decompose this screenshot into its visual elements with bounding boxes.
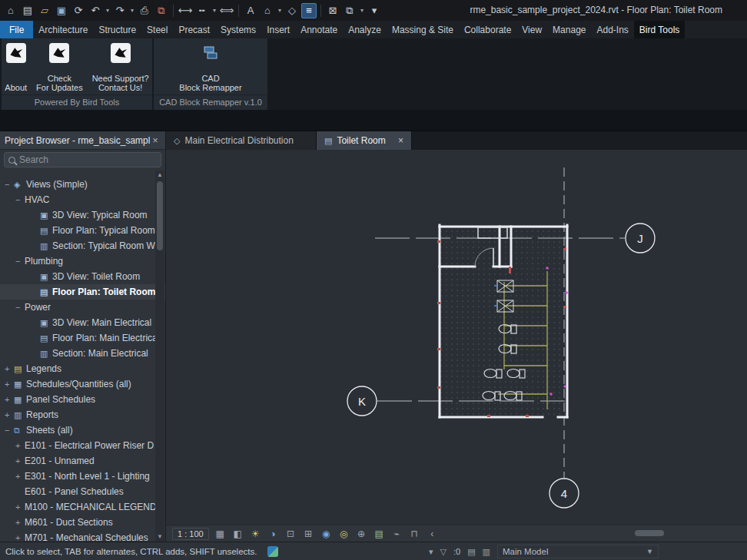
tree-item-panel-schedules[interactable]: +Panel Schedules (0, 392, 165, 407)
tree-item-3d-toilet-room[interactable]: 3D View: Toilet Room (0, 269, 165, 284)
grid-bubble-j[interactable]: J (626, 224, 655, 253)
check-for-updates-button[interactable]: CheckFor Updates (33, 41, 86, 94)
file-menu-icon[interactable]: ▤ (20, 3, 35, 18)
reveal-hidden-icon[interactable]: ◎ (337, 529, 350, 539)
expand-toggle[interactable]: + (15, 515, 25, 530)
section-icon[interactable]: ◇ (284, 3, 300, 18)
design-options-icon[interactable]: ▥ (483, 547, 490, 557)
tree-item-sheets[interactable]: −Sheets (all) (0, 422, 165, 438)
redo-dropdown-caret[interactable]: ▾ (129, 7, 135, 14)
expand-toggle[interactable]: − (15, 192, 25, 207)
tree-item-plumbing[interactable]: −Plumbing (0, 253, 165, 269)
aligned-dimension-icon[interactable]: ⟺ (219, 3, 234, 18)
tree-item-sheet-m100[interactable]: +M100 - MECHANICAL LEGEND (0, 499, 165, 515)
dashed-line-dropdown-caret[interactable]: ▾ (211, 7, 217, 14)
tab-structure[interactable]: Structure (93, 21, 141, 38)
expand-toggle[interactable]: + (5, 392, 14, 407)
view-tab-toilet-room[interactable]: ▤ Toilet Room × (317, 131, 412, 150)
close-view-icon[interactable]: × (398, 135, 403, 146)
floor-plan-drawing[interactable]: J K 4 (166, 150, 747, 542)
collapse-icon[interactable]: ‹ (426, 529, 439, 539)
expand-toggle[interactable]: − (15, 300, 25, 315)
project-browser-header[interactable]: Project Browser - rme_basic_sampl... × (0, 131, 165, 150)
tree-scrollbar[interactable]: ▲ ▼ (155, 171, 164, 542)
scrollbar-thumb[interactable] (157, 181, 163, 250)
tree-item-sheet-m701[interactable]: +M701 - Mechanical Schedules (0, 530, 165, 542)
close-hidden-windows-icon[interactable]: ⊠ (325, 3, 340, 18)
expand-toggle[interactable]: + (15, 453, 25, 469)
drawing-area[interactable]: J K 4 1 : 100 ▦ ◧ ☀ ◑ ⊡ ⊞ ◉ ◎ ⊕ ▤ ⌁ ⊓ ‹ (166, 150, 747, 542)
tree-item-power[interactable]: −Power (0, 300, 165, 315)
tab-annotate[interactable]: Annotate (295, 21, 343, 38)
tab-insert[interactable]: Insert (261, 21, 295, 38)
status-expand-icon[interactable]: ▾ (429, 547, 433, 557)
save-icon[interactable]: ▣ (54, 3, 69, 18)
scroll-down-icon[interactable]: ▼ (155, 532, 164, 542)
need-support-button[interactable]: Need Support?Contact Us! (89, 41, 152, 94)
expand-toggle[interactable]: + (15, 438, 25, 453)
expand-toggle[interactable]: + (15, 530, 25, 542)
shadows-icon[interactable]: ◑ (267, 529, 280, 539)
expand-toggle[interactable]: + (15, 499, 25, 515)
crop-view-icon[interactable]: ⊡ (284, 529, 297, 539)
default-3d-view-icon[interactable]: ⌂ (260, 3, 275, 18)
app-home-icon[interactable]: ⌂ (3, 3, 18, 18)
scroll-up-icon[interactable]: ▲ (155, 171, 164, 180)
tree-item-sheet-m601[interactable]: +M601 - Duct Sections (0, 515, 165, 530)
tab-massing-site[interactable]: Massing & Site (387, 21, 459, 38)
thin-lines-icon[interactable]: ≡ (301, 3, 317, 18)
tree-item-section-main-electrical[interactable]: Section: Main Electrical (0, 346, 165, 361)
tree-item-plan-toilet-room[interactable]: Floor Plan: Toilet Room (0, 284, 165, 300)
open-icon[interactable]: ▱ (37, 3, 52, 18)
expand-toggle[interactable]: − (5, 422, 14, 438)
grid-bubble-k[interactable]: K (347, 386, 377, 416)
search-input[interactable]: Search (4, 152, 161, 167)
switch-windows-icon[interactable]: ⧉ (342, 3, 357, 18)
tree-item-sheet-e201[interactable]: +E201 - Unnamed (0, 453, 165, 469)
sun-path-icon[interactable]: ☀ (249, 529, 262, 539)
scale-control[interactable]: 1 : 100 (172, 528, 209, 540)
tree-item-plan-typical-room[interactable]: Floor Plan: Typical Room (0, 223, 165, 238)
tree-item-plan-main-electrical[interactable]: Floor Plan: Main Electrical (0, 330, 165, 346)
expand-toggle[interactable]: − (5, 177, 14, 192)
undo-dropdown-caret[interactable]: ▾ (105, 7, 111, 14)
grid-bubble-4[interactable]: 4 (549, 479, 579, 508)
tree-item-hvac[interactable]: −HVAC (0, 192, 165, 207)
tab-architecture[interactable]: Architecture (33, 21, 93, 38)
analytical-model-icon[interactable]: ⌁ (390, 529, 403, 539)
tree-item-legends[interactable]: +Legends (0, 361, 165, 376)
expand-toggle[interactable]: + (5, 361, 14, 376)
switch-windows-dropdown-caret[interactable]: ▾ (359, 7, 365, 14)
sync-icon[interactable]: ⟳ (71, 3, 86, 18)
tab-manage[interactable]: Manage (547, 21, 591, 38)
tab-precast[interactable]: Precast (173, 21, 215, 38)
redo-icon[interactable]: ↷ (112, 3, 128, 18)
customize-qat-icon[interactable]: ▾ (367, 3, 382, 18)
expand-toggle[interactable]: + (15, 469, 25, 484)
about-button[interactable]: About (2, 41, 30, 94)
undo-icon[interactable]: ↶ (88, 3, 103, 18)
expand-toggle[interactable]: + (5, 407, 14, 422)
tree-item-sheet-e601[interactable]: E601 - Panel Schedules (0, 484, 165, 499)
tree-item-schedules[interactable]: +Schedules/Quantities (all) (0, 376, 165, 392)
temporary-view-properties-icon[interactable]: ▤ (373, 529, 386, 539)
dynamo-icon[interactable] (267, 546, 278, 557)
crop-region-icon[interactable]: ⊞ (302, 529, 315, 539)
tab-collaborate[interactable]: Collaborate (459, 21, 516, 38)
tree-item-3d-typical-room[interactable]: 3D View: Typical Room (0, 207, 165, 223)
detail-level-icon[interactable]: ▦ (214, 529, 227, 539)
worksharing-display-icon[interactable]: ⊕ (355, 529, 368, 539)
tab-file[interactable]: File (0, 21, 33, 38)
temporary-hide-icon[interactable]: ◉ (320, 529, 333, 539)
dashed-line-icon[interactable]: ╍ (194, 3, 210, 18)
tab-systems[interactable]: Systems (215, 21, 261, 38)
constraints-icon[interactable]: ⊓ (408, 529, 421, 539)
horizontal-scrollbar-thumb[interactable] (635, 530, 664, 536)
tab-bird-tools[interactable]: Bird Tools (634, 21, 685, 38)
export-icon[interactable]: ⧉ (154, 3, 169, 18)
active-design-option-select[interactable]: Main Model ▼ (497, 545, 659, 558)
filter-icon[interactable]: ▽ (440, 547, 447, 557)
view-tab-main-electrical-distribution[interactable]: ◇ Main Electrical Distribution (166, 131, 317, 150)
tree-item-sheet-e301[interactable]: +E301 - North Level 1 - Lighting (0, 469, 165, 484)
expand-toggle[interactable]: − (15, 253, 25, 269)
